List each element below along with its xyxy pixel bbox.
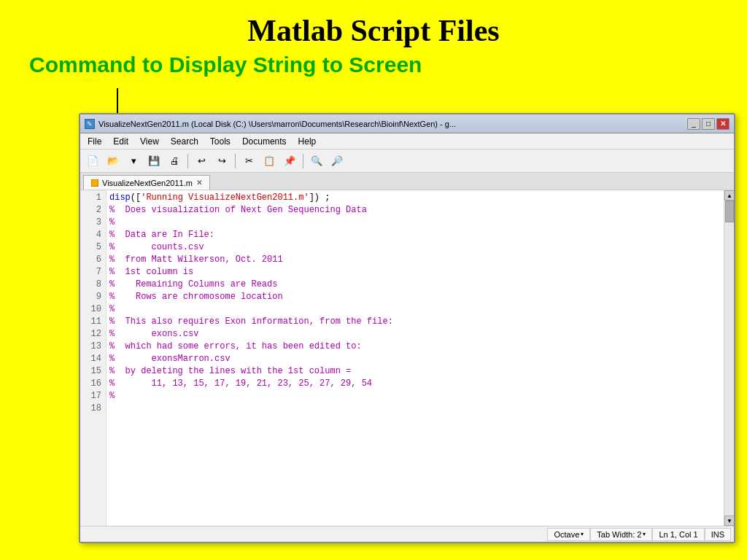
code-line-14: % exonsMarron.csv (109, 353, 721, 365)
file-tab[interactable]: VisualizeNextGen2011.m ✕ (83, 175, 210, 190)
line-num-12: 12 (80, 328, 106, 341)
line-num-6: 6 (80, 254, 106, 266)
save-button[interactable]: 💾 (144, 152, 163, 170)
line-num-3: 3 (80, 217, 106, 229)
code-line-8: % Remaining Columns are Reads (109, 279, 721, 291)
paste-button[interactable]: 📌 (280, 152, 299, 170)
vertical-scrollbar[interactable]: ▲ ▼ (724, 190, 734, 526)
line-num-16: 16 (80, 378, 106, 390)
code-line-17: % (109, 390, 721, 402)
code-line-18 (109, 402, 721, 415)
scroll-down-button[interactable]: ▼ (724, 516, 734, 526)
menu-search[interactable]: Search (166, 135, 203, 148)
menu-documents[interactable]: Documents (238, 135, 291, 148)
code-line-1: disp(['Running VisualizeNextGen2011.m'])… (109, 192, 721, 204)
cut-button[interactable]: ✂ (239, 152, 258, 170)
menu-edit[interactable]: Edit (109, 135, 133, 148)
octave-label: Octave (554, 530, 579, 539)
status-position: Ln 1, Col 1 (652, 528, 704, 541)
title-bar: ✎ VisualizeNextGen2011.m (Local Disk (C:… (80, 114, 734, 133)
tab-label: VisualizeNextGen2011.m (102, 179, 193, 187)
tabwidth-dropdown-icon: ▾ (643, 531, 646, 537)
code-line-4: % Data are In File: (109, 229, 721, 241)
code-line-5: % counts.csv (109, 241, 721, 254)
line-num-14: 14 (80, 353, 106, 365)
menu-tools[interactable]: Tools (206, 135, 235, 148)
status-ins: INS (705, 528, 731, 541)
redo-button[interactable]: ↪ (212, 152, 231, 170)
ins-label: INS (711, 530, 724, 539)
octave-dropdown-icon: ▾ (581, 531, 584, 537)
tab-bar: VisualizeNextGen2011.m ✕ (80, 173, 734, 190)
menu-view[interactable]: View (136, 135, 163, 148)
scroll-track[interactable] (724, 201, 734, 516)
dropdown-button[interactable]: ▾ (124, 152, 143, 170)
scroll-thumb[interactable] (725, 201, 734, 222)
line-num-11: 11 (80, 316, 106, 328)
menu-bar: File Edit View Search Tools Documents He… (80, 133, 734, 149)
tab-file-icon (91, 179, 98, 187)
print-button[interactable]: 🖨 (165, 152, 184, 170)
line-num-10: 10 (80, 303, 106, 316)
line-num-5: 5 (80, 241, 106, 254)
minimize-button[interactable]: _ (687, 118, 700, 130)
line-num-4: 4 (80, 229, 106, 241)
code-area: 1 2 3 4 5 6 7 8 9 10 11 12 13 14 15 16 1… (80, 190, 734, 526)
sep1 (187, 154, 188, 168)
line-num-18: 18 (80, 402, 106, 415)
line-num-13: 13 (80, 341, 106, 353)
slide-subtitle: Command to Display String to Screen (0, 52, 747, 85)
undo-button[interactable]: ↩ (192, 152, 211, 170)
line-numbers: 1 2 3 4 5 6 7 8 9 10 11 12 13 14 15 16 1… (80, 190, 107, 526)
code-line-2: % Does visualization of Next Gen Sequenc… (109, 204, 721, 217)
close-button[interactable]: ✕ (716, 118, 729, 130)
line-num-1: 1 (80, 192, 106, 204)
menu-help[interactable]: Help (294, 135, 321, 148)
editor-window: ✎ VisualizeNextGen2011.m (Local Disk (C:… (79, 113, 735, 543)
position-label: Ln 1, Col 1 (659, 530, 697, 539)
open-file-button[interactable]: 📂 (104, 152, 123, 170)
tabwidth-label: Tab Width: 2 (597, 530, 641, 539)
line-num-7: 7 (80, 266, 106, 279)
window-icon: ✎ (85, 119, 95, 129)
sep2 (235, 154, 236, 168)
sep3 (303, 154, 303, 168)
new-file-button[interactable]: 📄 (83, 152, 102, 170)
status-tabwidth[interactable]: Tab Width: 2 ▾ (590, 528, 652, 541)
replace-button[interactable]: 🔎 (328, 152, 347, 170)
window-controls: _ □ ✕ (687, 118, 729, 130)
scroll-up-button[interactable]: ▲ (724, 190, 734, 201)
code-line-13: % which had some errors, it has been edi… (109, 341, 721, 353)
line-num-17: 17 (80, 390, 106, 402)
slide-title: Matlab Script Files (0, 0, 747, 52)
line-num-15: 15 (80, 365, 106, 378)
code-line-7: % 1st column is (109, 266, 721, 279)
search-button[interactable]: 🔍 (307, 152, 326, 170)
copy-button[interactable]: 📋 (260, 152, 279, 170)
code-line-3: % (109, 217, 721, 229)
status-bar: Octave ▾ Tab Width: 2 ▾ Ln 1, Col 1 INS (80, 526, 734, 542)
toolbar: 📄 📂 ▾ 💾 🖨 ↩ ↪ ✂ 📋 📌 🔍 🔎 (80, 149, 734, 173)
code-line-9: % Rows are chromosome location (109, 291, 721, 303)
code-line-11: % This also requires Exon information, f… (109, 316, 721, 328)
code-line-12: % exons.csv (109, 328, 721, 341)
menu-file[interactable]: File (83, 135, 106, 148)
line-num-8: 8 (80, 279, 106, 291)
maximize-button[interactable]: □ (702, 118, 715, 130)
window-title: VisualizeNextGen2011.m (Local Disk (C:) … (98, 120, 687, 128)
code-line-16: % 11, 13, 15, 17, 19, 21, 23, 25, 27, 29… (109, 378, 721, 390)
tab-close-button[interactable]: ✕ (196, 179, 202, 187)
code-line-10: % (109, 303, 721, 316)
line-num-9: 9 (80, 291, 106, 303)
code-line-15: % by deleting the lines with the 1st col… (109, 365, 721, 378)
code-content[interactable]: disp(['Running VisualizeNextGen2011.m'])… (107, 190, 724, 526)
code-line-6: % from Matt Wilkerson, Oct. 2011 (109, 254, 721, 266)
status-octave[interactable]: Octave ▾ (547, 528, 590, 541)
line-num-2: 2 (80, 204, 106, 217)
